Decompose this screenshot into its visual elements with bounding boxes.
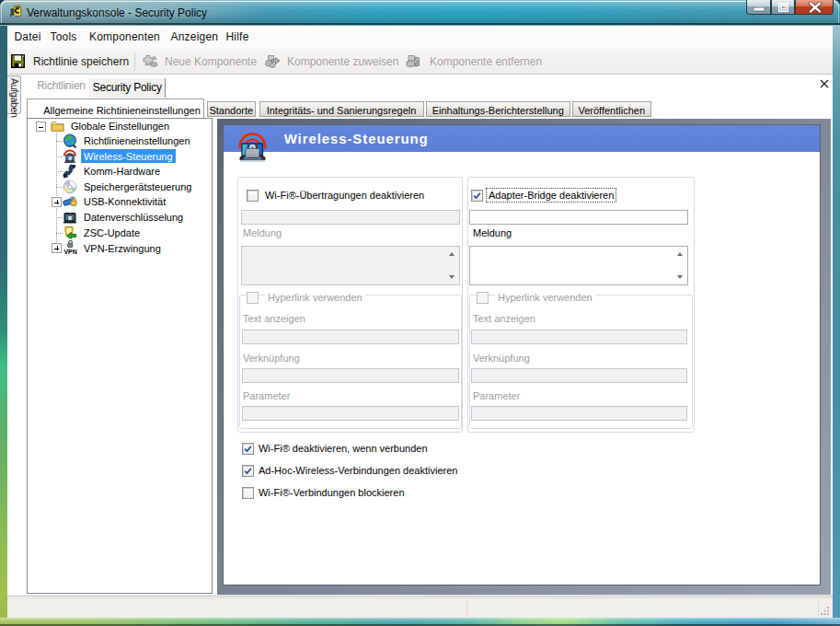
svg-text:VPN: VPN <box>63 249 77 255</box>
